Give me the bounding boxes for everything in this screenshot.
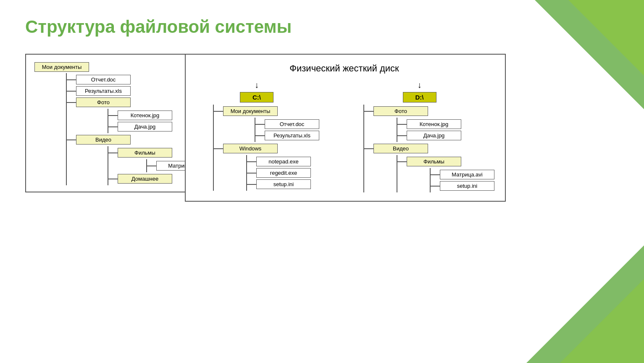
phys-title: Физический жесткий диск	[194, 63, 494, 74]
d-drive-col: ↓ D:\ Фото	[344, 80, 494, 192]
c-drive-label: C:\	[240, 92, 273, 103]
d-foto-children: Котенок.jpg Дача.jpg	[373, 118, 494, 142]
tree-row: Видео	[364, 144, 494, 153]
tree-row: setup.ini	[247, 179, 311, 189]
c-children-wrapper: Мои документы Отчет.doc	[194, 105, 319, 191]
h-connector	[108, 115, 118, 116]
h-connector	[108, 153, 118, 153]
c-windows-children: notepad.exe regedit.exe setup.ini	[223, 155, 319, 191]
tree-row: Матрица.avi	[431, 170, 494, 179]
h-connector	[214, 148, 223, 149]
root-node: Мои документы	[34, 62, 211, 72]
tree-row: Фильмы	[397, 157, 494, 166]
deco-triangle-4	[560, 279, 644, 363]
tree-row: Фото	[364, 106, 494, 116]
d-children: Фото Котенок.jpg	[364, 105, 494, 192]
tree-row: Результаты.xls	[255, 131, 319, 140]
h-connector	[67, 79, 76, 80]
h-connector	[364, 111, 373, 112]
c-drive-col: ↓ C:\ Мои документы	[194, 80, 319, 192]
d-video-children: Фильмы Матрица.avi	[373, 155, 494, 192]
right-diagram: Физический жесткий диск ↓ C:\ Мои докуме…	[185, 54, 506, 202]
tree-row: Котенок.jpg	[397, 119, 461, 129]
h-connector	[67, 139, 76, 140]
d-filmy-children: Матрица.avi setup.ini	[407, 168, 494, 192]
d-children-wrapper: Фото Котенок.jpg	[344, 105, 494, 192]
h-connector	[108, 179, 118, 179]
h-connector	[67, 91, 76, 92]
tree-row: Дача.jpg	[108, 122, 172, 132]
h-connector	[108, 126, 118, 127]
c-arrow: ↓	[255, 80, 259, 90]
h-connector	[67, 102, 76, 103]
h-connector	[214, 111, 223, 112]
d-arrow: ↓	[418, 80, 422, 90]
diagrams-container: Мои документы Отчет.doc Резу	[25, 54, 619, 202]
page-title: Структура файловой системы	[25, 17, 619, 37]
root-label: Мои документы	[34, 62, 89, 72]
d-drive-label: D:\	[403, 92, 436, 103]
tree-row: Дача.jpg	[397, 131, 461, 140]
tree-row: regedit.exe	[247, 168, 311, 178]
drives-row: ↓ C:\ Мои документы	[194, 80, 494, 192]
foto-list: Котенок.jpg Дача.jpg	[108, 109, 172, 133]
tree-row: setup.ini	[431, 181, 494, 191]
left-diagram: Мои документы Отчет.doc Резу	[25, 54, 160, 192]
tree-row: Котенок.jpg	[108, 110, 172, 120]
tree-row: Отчет.doc	[255, 119, 319, 129]
page-content: Структура файловой системы Мои документы…	[0, 0, 644, 218]
c-children: Мои документы Отчет.doc	[214, 105, 319, 191]
tree-row: Windows	[214, 144, 319, 153]
tree-row: notepad.exe	[247, 157, 311, 166]
h-connector	[147, 166, 156, 166]
tree-row: Мои документы	[214, 106, 319, 116]
c-moidoc-children: Отчет.doc Результаты.xls	[223, 118, 319, 142]
l1-wrapper: Отчет.doc Результаты.xls Фото	[34, 73, 211, 185]
h-connector	[364, 148, 373, 149]
